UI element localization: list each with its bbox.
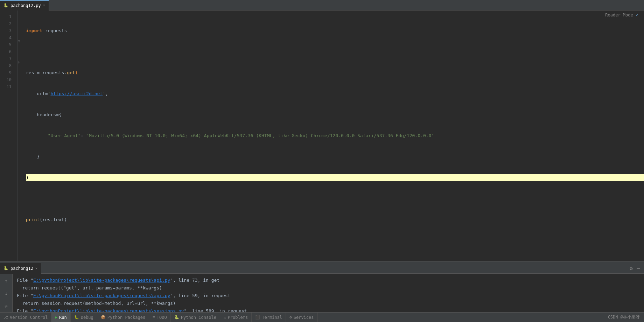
fold-marker-8[interactable]: ▷	[18, 60, 20, 64]
code-content[interactable]: import requests res = requests.get( url=…	[23, 10, 644, 261]
line-num-5: 5	[0, 41, 14, 48]
status-problems-label: Problems	[228, 315, 248, 320]
keyword-import: import	[26, 27, 42, 34]
code-line-11	[26, 237, 644, 244]
status-terminal[interactable]: ⬛ Terminal	[252, 313, 286, 322]
status-run[interactable]: ▶ Run	[51, 313, 70, 322]
code-line-1: import requests	[26, 27, 644, 34]
line-num-6: 6	[0, 48, 14, 55]
csdn-label: CSDN @林小果呀	[608, 314, 640, 320]
status-version-control-label: Version Control	[10, 315, 48, 320]
scroll-down-icon[interactable]: ↓	[3, 289, 9, 298]
editor-area: 🐍 pachong12.py × Reader Mode ✓ 1 2 3 4 5…	[0, 0, 644, 261]
console-output[interactable]: File "E:\pythonProject\lib\site-packages…	[13, 274, 644, 312]
traceback-link-3[interactable]: E:\pythonProject\lib\site-packages\reque…	[33, 308, 184, 312]
code-line-6: "User-Agent": "Mozilla/5.0 (Windows NT 1…	[26, 132, 644, 139]
status-python-packages[interactable]: 📦 Python Packages	[97, 313, 149, 322]
scroll-up-icon[interactable]: ↑	[3, 276, 9, 285]
status-debug-label: Debug	[81, 315, 93, 320]
editor-tab-close[interactable]: ×	[43, 4, 45, 7]
status-debug[interactable]: 🐛 Debug	[71, 313, 97, 322]
line-num-8: 8	[0, 62, 14, 69]
panel-tab-pachong12[interactable]: 🐍 pachong12 ×	[0, 263, 41, 274]
status-python-packages-label: Python Packages	[107, 315, 145, 320]
status-terminal-label: Terminal	[262, 315, 282, 320]
panel-tab-bar: 🐍 pachong12 × ⚙ ─	[0, 263, 644, 274]
code-line-2	[26, 48, 644, 55]
panel-tab-python-icon: 🐍	[4, 266, 8, 271]
status-run-label: Run	[59, 315, 67, 320]
line-num-10: 10	[0, 76, 14, 83]
status-problems[interactable]: ⚠ Problems	[220, 313, 252, 322]
panel-tab-left: 🐍 pachong12 ×	[0, 263, 41, 274]
run-icon: ▶	[55, 315, 57, 320]
traceback-link-2[interactable]: E:\pythonProject\lib\site-packages\reque…	[33, 293, 170, 298]
problems-icon: ⚠	[224, 315, 226, 320]
panel-settings-icon[interactable]: ⚙	[628, 265, 634, 272]
line-num-3: 3	[0, 27, 14, 34]
status-python-console-label: Python Console	[181, 315, 216, 320]
line-num-9: 9	[0, 69, 14, 76]
services-icon: ⚙	[289, 315, 292, 320]
panel-content: ↑ ↓ ⇌ ⊞ 🖨 🗑 File "E:\pythonProject\lib\s…	[0, 274, 644, 312]
code-line-3: res = requests.get(	[26, 69, 644, 76]
code-line-8: )	[26, 174, 644, 181]
editor-tab-label: pachong12.py	[10, 3, 41, 8]
code-line-7: }	[26, 153, 644, 160]
panel-tab-close[interactable]: ×	[35, 266, 37, 270]
code-line-10: print(res.text)	[26, 216, 644, 223]
status-todo-label: TODO	[157, 315, 167, 320]
status-python-console[interactable]: 🐍 Python Console	[171, 313, 220, 322]
fold-marker-5[interactable]: ▽	[18, 39, 20, 43]
code-editor: 1 2 3 4 5 6 7 8 9 10 11 ▽ ▷ import reque…	[0, 10, 644, 261]
line-num-7: 7	[0, 55, 14, 62]
status-todo[interactable]: ≡ TODO	[149, 313, 171, 322]
python-console-icon: 🐍	[174, 315, 179, 320]
traceback-line-1: File "E:\pythonProject\lib\site-packages…	[17, 276, 640, 284]
code-line-4: url='https://ascii2d.net',	[26, 90, 644, 97]
status-services-label: Services	[294, 315, 314, 320]
traceback-line-3: File "E:\pythonProject\lib\site-packages…	[17, 307, 640, 312]
terminal-icon: ⬛	[255, 315, 260, 320]
status-services[interactable]: ⚙ Services	[286, 313, 317, 322]
status-version-control[interactable]: ⎇ Version Control	[0, 313, 51, 322]
debug-icon: 🐛	[74, 315, 79, 320]
version-control-icon: ⎇	[4, 315, 8, 320]
python-file-icon: 🐍	[4, 3, 8, 8]
status-bar: ⎇ Version Control ▶ Run 🐛 Debug 📦 Python…	[0, 312, 644, 322]
code-line-5: headers={	[26, 111, 644, 118]
panel-minimize-icon[interactable]: ─	[636, 265, 641, 272]
traceback-line-2: File "E:\pythonProject\lib\site-packages…	[17, 292, 640, 300]
code-line-9	[26, 195, 644, 202]
url-link[interactable]: https://ascii2d.net	[50, 91, 103, 96]
line-num-4: 4	[0, 34, 14, 41]
line-numbers: 1 2 3 4 5 6 7 8 9 10 11	[0, 10, 18, 261]
line-num-11: 11	[0, 83, 14, 90]
code-output-2: return session.request(method=method, ur…	[17, 300, 640, 307]
panel-tab-label: pachong12	[10, 266, 33, 271]
panel-sidebar: ↑ ↓ ⇌ ⊞ 🖨 🗑	[0, 274, 13, 312]
code-output-1: return request("get", url, params=params…	[17, 284, 640, 292]
soft-wrap-icon[interactable]: ⇌	[3, 302, 9, 310]
status-right-text: CSDN @林小果呀	[608, 314, 644, 320]
editor-tab-pachong12[interactable]: 🐍 pachong12.py ×	[0, 0, 49, 10]
editor-tab-bar: 🐍 pachong12.py × Reader Mode ✓	[0, 0, 644, 10]
python-packages-icon: 📦	[101, 315, 106, 320]
todo-icon: ≡	[153, 315, 155, 320]
line-num-1: 1	[0, 13, 14, 20]
line-num-2: 2	[0, 20, 14, 27]
panel-tab-right: ⚙ ─	[628, 265, 644, 272]
fold-gutter: ▽ ▷	[18, 10, 23, 261]
traceback-link-1[interactable]: E:\pythonProject\lib\site-packages\reque…	[33, 278, 170, 283]
bottom-panel: 🐍 pachong12 × ⚙ ─ ↑ ↓ ⇌ ⊞ 🖨 🗑 File "E:\p…	[0, 263, 644, 312]
